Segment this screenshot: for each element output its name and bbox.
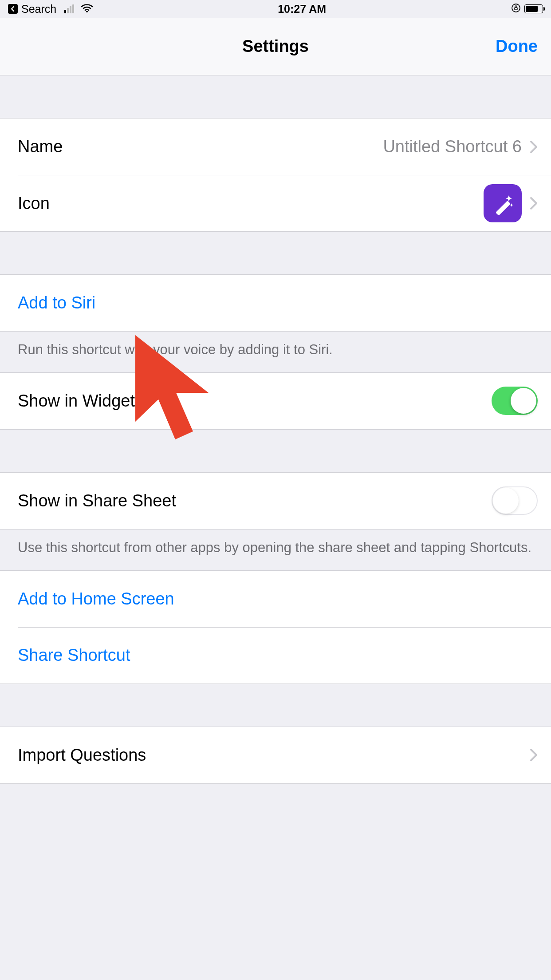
battery-icon bbox=[524, 4, 543, 13]
chevron-right-icon bbox=[530, 197, 538, 210]
page-title: Settings bbox=[242, 37, 309, 56]
orientation-lock-icon bbox=[511, 3, 521, 15]
icon-label: Icon bbox=[18, 194, 50, 213]
back-label[interactable]: Search bbox=[21, 3, 56, 16]
add-to-siri-row[interactable]: Add to Siri bbox=[0, 275, 551, 331]
share-sheet-footer: Use this shortcut from other apps by ope… bbox=[0, 530, 551, 570]
widget-toggle[interactable] bbox=[492, 387, 538, 415]
nav-bar: Settings Done bbox=[0, 18, 551, 75]
icon-row[interactable]: Icon bbox=[18, 175, 551, 231]
name-value: Untitled Shortcut 6 bbox=[383, 137, 522, 156]
done-button[interactable]: Done bbox=[496, 37, 538, 56]
add-to-home-screen-row[interactable]: Add to Home Screen bbox=[0, 571, 551, 627]
back-to-search-icon[interactable] bbox=[8, 4, 18, 14]
import-questions-label: Import Questions bbox=[18, 746, 146, 765]
svg-point-0 bbox=[86, 11, 88, 12]
home-screen-label: Add to Home Screen bbox=[18, 589, 174, 609]
name-label: Name bbox=[18, 137, 63, 156]
import-questions-row[interactable]: Import Questions bbox=[0, 727, 551, 783]
wifi-icon bbox=[81, 3, 93, 16]
show-in-share-sheet-row: Show in Share Sheet bbox=[0, 473, 551, 529]
share-shortcut-row[interactable]: Share Shortcut bbox=[18, 627, 551, 684]
magic-wand-icon bbox=[490, 191, 515, 216]
svg-point-1 bbox=[512, 4, 520, 12]
name-row[interactable]: Name Untitled Shortcut 6 bbox=[0, 119, 551, 175]
status-time: 10:27 AM bbox=[278, 3, 326, 16]
siri-footer: Run this shortcut with your voice by add… bbox=[0, 332, 551, 372]
share-shortcut-label: Share Shortcut bbox=[18, 646, 130, 665]
svg-rect-3 bbox=[496, 201, 511, 216]
widget-label: Show in Widget bbox=[18, 391, 135, 411]
add-to-siri-label: Add to Siri bbox=[18, 293, 95, 312]
share-sheet-toggle[interactable] bbox=[492, 486, 538, 515]
chevron-right-icon bbox=[530, 748, 538, 762]
chevron-right-icon bbox=[530, 140, 538, 154]
svg-rect-2 bbox=[515, 8, 517, 10]
cell-signal-icon bbox=[64, 4, 74, 13]
status-bar: Search 10:27 AM bbox=[0, 0, 551, 18]
show-in-widget-row: Show in Widget bbox=[0, 373, 551, 429]
share-sheet-label: Show in Share Sheet bbox=[18, 491, 176, 510]
shortcut-app-icon bbox=[484, 184, 522, 222]
